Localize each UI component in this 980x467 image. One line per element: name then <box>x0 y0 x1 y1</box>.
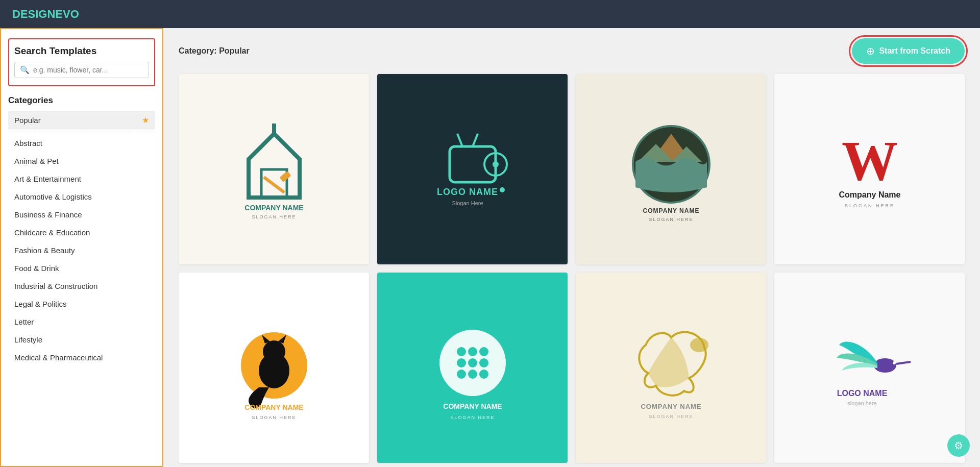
sidebar-item-animal-pet[interactable]: Animal & Pet <box>8 152 155 170</box>
svg-text:Slogan Here: Slogan Here <box>452 200 483 206</box>
sidebar-item-food[interactable]: Food & Drink <box>8 259 155 277</box>
category-label: Medical & Pharmaceutical <box>14 353 103 362</box>
svg-line-9 <box>457 134 462 146</box>
category-label: Childcare & Education <box>14 228 90 237</box>
template-preview: COMPANY NAME SLOGAN HERE <box>377 273 568 463</box>
template-preview: W Company Name SLOGAN HERE <box>774 74 965 264</box>
template-card[interactable]: LOGO NAME Slogan Here <box>377 74 568 264</box>
categories-label: Categories <box>8 95 155 106</box>
category-label: Art & Entertainment <box>14 175 81 183</box>
sidebar-item-legal[interactable]: Legal & Politics <box>8 295 155 313</box>
svg-point-37 <box>479 358 488 367</box>
sidebar-item-lifestyle[interactable]: Lifestyle <box>8 331 155 349</box>
template-card[interactable]: COMPANY NAME SLOGAN HERE <box>179 74 369 264</box>
template-preview: LOGO NAME slogan here <box>774 273 965 463</box>
template-card[interactable]: COMPANY NAME SLOGAN HERE <box>377 273 568 463</box>
sidebar-item-fashion[interactable]: Fashion & Beauty <box>8 241 155 259</box>
template-preview: COMPANY NAME SLOGAN HERE <box>179 74 369 264</box>
sidebar-item-business[interactable]: Business & Finance <box>8 206 155 224</box>
category-label: Abstract <box>14 139 42 148</box>
breadcrumb-prefix: Category: <box>179 46 217 55</box>
template-card[interactable]: W Company Name SLOGAN HERE <box>774 74 965 264</box>
star-icon: ★ <box>142 115 149 125</box>
category-label: Animal & Pet <box>14 157 59 165</box>
header: DESIGNEVO <box>0 0 980 28</box>
template-grid: COMPANY NAME SLOGAN HERE <box>179 74 965 467</box>
content-area: Category: Popular ⊕ Start from Scratch <box>163 28 980 467</box>
svg-point-13 <box>500 187 505 192</box>
template-preview: COMPANY NAME SLOGAN HERE <box>576 74 766 264</box>
search-section: Search Templates 🔍 <box>8 38 155 86</box>
svg-text:COMPANY NAME: COMPANY NAME <box>244 204 303 212</box>
template-preview: COMPANY NAME SLOGAN HERE <box>179 273 369 463</box>
breadcrumb: Category: Popular <box>179 46 250 56</box>
gear-icon: ⚙ <box>954 439 963 452</box>
svg-point-39 <box>468 370 477 379</box>
breadcrumb-category: Popular <box>219 46 250 55</box>
settings-fab[interactable]: ⚙ <box>947 434 970 457</box>
category-label: Food & Drink <box>14 264 59 273</box>
sidebar-item-art-entertainment[interactable]: Art & Entertainment <box>8 170 155 188</box>
template-card[interactable]: LOGO NAME slogan here <box>774 273 965 463</box>
search-label: Search Templates <box>14 45 149 57</box>
svg-point-48 <box>893 361 896 364</box>
svg-point-35 <box>457 358 466 367</box>
category-label: Letter <box>14 317 34 326</box>
template-preview: COMPANY NAME SLOGAN HERE <box>576 273 766 463</box>
template-card[interactable]: COMPANY NAME SLOGAN HERE <box>576 74 766 264</box>
category-label: Fashion & Beauty <box>14 246 75 255</box>
svg-point-43 <box>690 338 708 352</box>
category-label: Industrial & Construction <box>14 282 97 290</box>
svg-line-10 <box>473 134 478 146</box>
svg-text:COMPANY NAME: COMPANY NAME <box>244 403 303 411</box>
start-scratch-label: Start from Scratch <box>879 46 950 56</box>
svg-point-32 <box>457 347 466 356</box>
main-layout: Search Templates 🔍 Categories Popular ★ … <box>0 28 980 467</box>
sidebar-item-automotive[interactable]: Automotive & Logistics <box>8 188 155 206</box>
svg-point-38 <box>457 370 466 379</box>
category-label: Automotive & Logistics <box>14 192 92 201</box>
svg-text:SLOGAN HERE: SLOGAN HERE <box>252 214 296 219</box>
categories-section: Categories Popular ★ Abstract Animal & P… <box>8 95 155 366</box>
svg-rect-7 <box>450 146 496 182</box>
sidebar: Search Templates 🔍 Categories Popular ★ … <box>0 28 163 467</box>
logo-design: DESIGN <box>12 8 55 20</box>
template-preview: LOGO NAME Slogan Here <box>377 74 568 264</box>
svg-text:SLOGAN HERE: SLOGAN HERE <box>450 415 495 420</box>
sidebar-item-abstract[interactable]: Abstract <box>8 134 155 152</box>
sidebar-item-medical[interactable]: Medical & Pharmaceutical <box>8 349 155 366</box>
svg-text:SLOGAN HERE: SLOGAN HERE <box>649 414 693 419</box>
category-label: Legal & Politics <box>14 300 67 308</box>
svg-point-34 <box>479 347 488 356</box>
search-icon: 🔍 <box>20 65 30 75</box>
svg-text:SLOGAN HERE: SLOGAN HERE <box>649 217 693 222</box>
svg-point-40 <box>479 370 488 379</box>
svg-text:SLOGAN HERE: SLOGAN HERE <box>252 415 296 420</box>
svg-text:COMPANY NAME: COMPANY NAME <box>443 402 502 410</box>
logo-evo: EVO <box>55 8 79 20</box>
svg-line-47 <box>896 362 911 364</box>
category-label: Popular <box>14 116 41 125</box>
svg-text:W: W <box>842 130 898 192</box>
svg-text:COMPANY NAME: COMPANY NAME <box>641 403 701 410</box>
svg-text:LOGO NAME: LOGO NAME <box>437 187 498 197</box>
category-label: Business & Finance <box>14 210 82 219</box>
search-input[interactable] <box>33 66 143 74</box>
template-card[interactable]: COMPANY NAME SLOGAN HERE <box>576 273 766 463</box>
svg-rect-4 <box>279 170 291 182</box>
svg-text:COMPANY NAME: COMPANY NAME <box>643 207 699 214</box>
plus-circle-icon: ⊕ <box>866 45 875 57</box>
svg-point-11 <box>493 161 499 167</box>
template-card[interactable]: COMPANY NAME SLOGAN HERE <box>179 273 369 463</box>
sidebar-item-childcare[interactable]: Childcare & Education <box>8 224 155 241</box>
divider <box>8 132 155 132</box>
search-input-wrap[interactable]: 🔍 <box>14 62 149 78</box>
svg-point-26 <box>263 340 285 363</box>
svg-point-36 <box>468 358 477 367</box>
svg-text:LOGO NAME: LOGO NAME <box>837 389 887 398</box>
sidebar-item-letter[interactable]: Letter <box>8 313 155 331</box>
svg-point-33 <box>468 347 477 356</box>
sidebar-item-industrial[interactable]: Industrial & Construction <box>8 277 155 295</box>
start-from-scratch-button[interactable]: ⊕ Start from Scratch <box>852 38 965 64</box>
sidebar-item-popular[interactable]: Popular ★ <box>8 111 155 130</box>
